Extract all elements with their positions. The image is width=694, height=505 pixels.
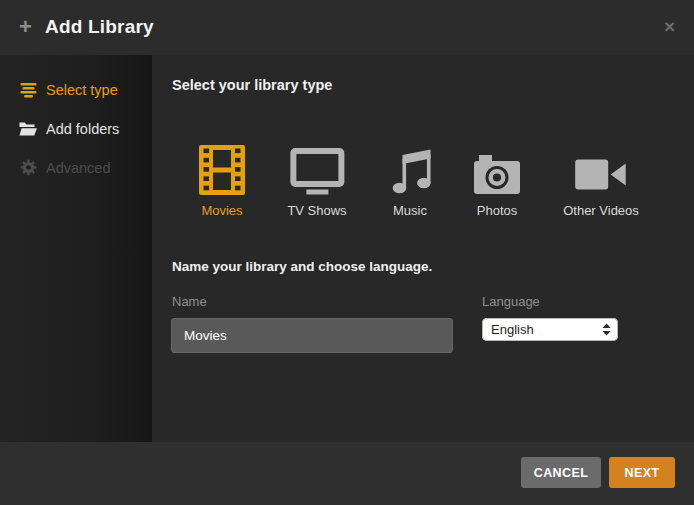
next-button[interactable]: NEXT [609, 457, 675, 488]
library-type-label: Movies [199, 203, 245, 218]
music-note-icon [387, 142, 434, 195]
sidebar-item-label: Advanced [46, 160, 111, 176]
gear-icon [19, 159, 37, 176]
camera-icon [472, 142, 522, 195]
video-camera-icon [563, 142, 639, 195]
select-arrows-icon [602, 323, 611, 336]
library-type-label: Music [387, 203, 434, 218]
library-type-photos[interactable]: Photos [472, 142, 522, 218]
sidebar-item-select-type[interactable]: Select type [0, 70, 152, 109]
library-type-movies[interactable]: Movies [199, 142, 245, 218]
tv-icon [287, 142, 346, 195]
sidebar-item-label: Add folders [46, 121, 119, 137]
sidebar: Select type Add folders [0, 55, 152, 442]
language-select-value: English [491, 322, 602, 337]
main-panel: Select your library type Mo [152, 55, 694, 442]
name-input[interactable] [171, 318, 453, 353]
sidebar-item-label: Select type [46, 82, 118, 98]
folder-open-icon [19, 120, 37, 137]
film-strip-icon [199, 142, 245, 195]
library-type-music[interactable]: Music [387, 142, 434, 218]
name-field-label: Name [172, 294, 207, 309]
language-select[interactable]: English [482, 318, 618, 341]
name-section-title: Name your library and choose language. [172, 259, 432, 274]
add-library-dialog: + Add Library × Select type [0, 0, 694, 505]
library-type-label: TV Shows [287, 203, 346, 218]
sidebar-item-add-folders[interactable]: Add folders [0, 109, 152, 148]
section-title: Select your library type [172, 77, 332, 93]
library-type-label: Other Videos [563, 203, 639, 218]
dialog-title: Add Library [45, 16, 154, 38]
library-type-tv-shows[interactable]: TV Shows [287, 142, 346, 218]
plus-icon: + [19, 14, 32, 40]
dialog-footer: CANCEL NEXT [0, 442, 694, 505]
library-type-label: Photos [472, 203, 522, 218]
close-icon[interactable]: × [664, 17, 675, 37]
library-type-other-videos[interactable]: Other Videos [563, 142, 639, 218]
sidebar-item-advanced[interactable]: Advanced [0, 148, 152, 187]
list-lines-icon [19, 81, 37, 98]
cancel-button[interactable]: CANCEL [521, 457, 601, 488]
language-field-label: Language [482, 294, 540, 309]
dialog-header: + Add Library × [0, 0, 694, 55]
